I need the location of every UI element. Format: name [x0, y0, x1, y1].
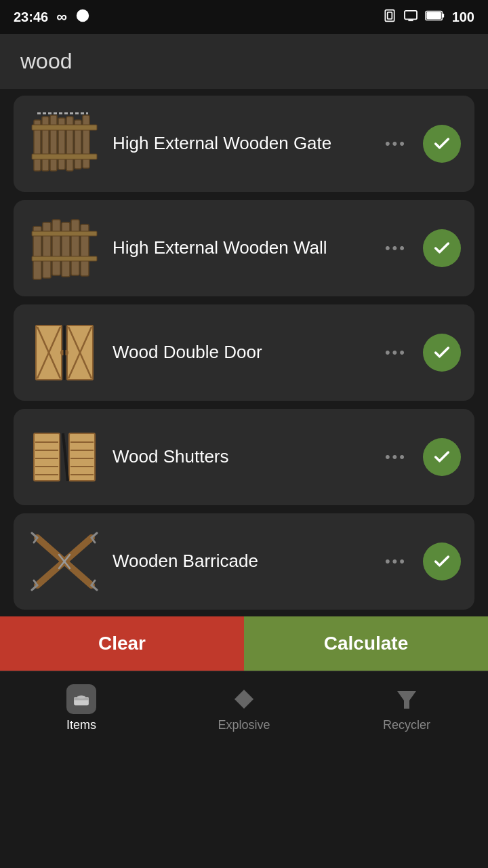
time-display: 23:46	[14, 9, 48, 25]
list-item: High External Wooden Gate •••	[14, 96, 474, 192]
svg-rect-3	[405, 10, 417, 19]
svg-rect-14	[83, 115, 89, 168]
item-more-shutters[interactable]: •••	[380, 448, 412, 466]
status-right: 100	[383, 9, 474, 26]
svg-point-0	[77, 9, 89, 21]
item-image-wall	[27, 211, 102, 285]
battery-icon	[425, 9, 445, 25]
nav-label-explosive: Explosive	[218, 718, 270, 732]
nav-label-items: Items	[66, 718, 96, 732]
status-left: 23:46 ∞	[14, 8, 90, 26]
items-icon	[66, 684, 96, 714]
search-query: wood	[20, 49, 73, 73]
list-item: High External Wooden Wall •••	[14, 200, 474, 296]
item-image-gate	[27, 106, 102, 181]
status-bar: 23:46 ∞ 100	[0, 0, 488, 34]
svg-rect-25	[32, 256, 97, 261]
svg-marker-67	[235, 690, 253, 709]
clear-button[interactable]: Clear	[0, 616, 244, 671]
recycler-icon	[392, 684, 422, 714]
svg-rect-43	[69, 433, 95, 481]
item-check-shutters[interactable]	[423, 438, 461, 476]
screen-icon	[403, 9, 418, 25]
sim-icon	[383, 9, 396, 26]
item-more-wall[interactable]: •••	[380, 239, 412, 257]
svg-rect-2	[387, 12, 392, 19]
action-buttons: Clear Calculate	[0, 616, 488, 671]
svg-rect-16	[32, 154, 97, 159]
bottom-nav: Items Explosive Recycler	[0, 671, 488, 745]
svg-rect-7	[426, 12, 441, 18]
calculate-button[interactable]: Calculate	[244, 616, 488, 671]
item-check-gate[interactable]	[423, 125, 461, 163]
nav-item-explosive[interactable]: Explosive	[163, 684, 325, 732]
item-image-shutters	[27, 420, 102, 494]
item-name-gate: High External Wooden Gate	[113, 132, 369, 155]
item-more-double-door[interactable]: •••	[380, 344, 412, 361]
svg-rect-20	[52, 220, 60, 275]
svg-rect-22	[71, 220, 79, 275]
list-item: Wood Shutters •••	[14, 409, 474, 505]
item-check-double-door[interactable]	[423, 334, 461, 372]
list-item: Wooden Barricade •••	[14, 513, 474, 610]
item-name-shutters: Wood Shutters	[113, 446, 369, 469]
item-check-wall[interactable]	[423, 229, 461, 267]
search-bar: wood	[0, 34, 488, 89]
svg-rect-21	[62, 222, 70, 277]
svg-rect-15	[32, 125, 97, 130]
svg-rect-24	[32, 231, 97, 236]
nav-item-recycler[interactable]: Recycler	[325, 684, 488, 732]
svg-marker-68	[397, 691, 416, 709]
list-item: Wood Double Door •••	[14, 304, 474, 401]
infinity-icon: ∞	[56, 8, 67, 26]
nav-item-items[interactable]: Items	[0, 684, 163, 732]
item-image-barricade	[27, 524, 102, 599]
explosive-icon	[229, 684, 259, 714]
item-more-gate[interactable]: •••	[380, 135, 412, 153]
battery-percentage: 100	[452, 9, 474, 25]
item-more-barricade[interactable]: •••	[380, 553, 412, 570]
item-name-barricade: Wooden Barricade	[113, 550, 369, 573]
svg-line-49	[63, 433, 68, 481]
svg-rect-10	[50, 115, 57, 171]
svg-rect-37	[34, 433, 60, 481]
svg-rect-6	[442, 14, 444, 18]
item-name-wall: High External Wooden Wall	[113, 237, 369, 260]
item-check-barricade[interactable]	[423, 542, 461, 580]
nav-label-recycler: Recycler	[383, 718, 430, 732]
items-list: High External Wooden Gate •••	[0, 89, 488, 616]
item-name-double-door: Wood Double Door	[113, 341, 369, 364]
svg-point-66	[77, 696, 85, 699]
svg-rect-19	[43, 222, 51, 278]
item-image-double-door	[27, 315, 102, 390]
message-icon	[75, 8, 90, 26]
